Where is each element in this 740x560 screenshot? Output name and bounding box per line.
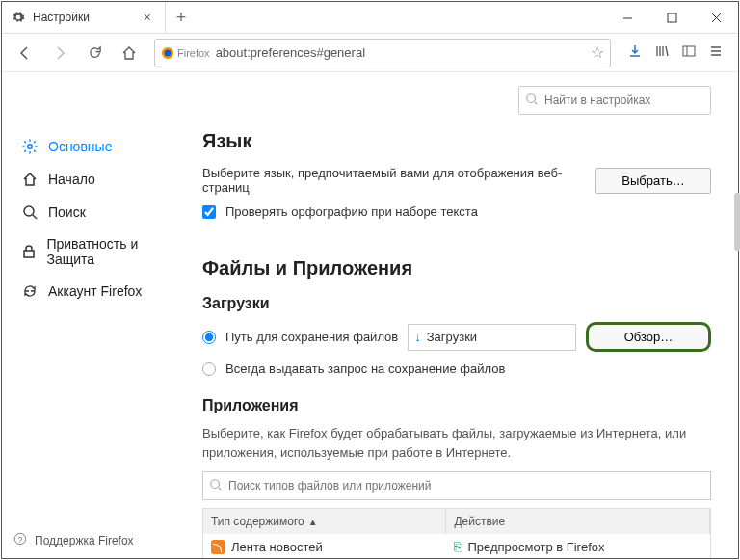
search-icon bbox=[525, 93, 539, 110]
svg-rect-14 bbox=[24, 251, 34, 257]
apps-search-input[interactable] bbox=[202, 471, 711, 500]
search-icon bbox=[21, 203, 39, 221]
gear-icon bbox=[21, 138, 39, 155]
sidebar-item-label: Начало bbox=[48, 172, 95, 187]
toolbar: Firefox about:preferences#general ☆ bbox=[2, 34, 738, 72]
browse-button[interactable]: Обзор… bbox=[586, 322, 711, 352]
browser-tab[interactable]: Настройки × bbox=[2, 2, 166, 33]
feed-icon bbox=[211, 540, 225, 554]
download-path-field[interactable]: ↓ Загрузки bbox=[408, 324, 576, 351]
home-icon bbox=[21, 171, 39, 188]
table-row[interactable]: Лента новостей ⎘Предпросмотр в Firefox bbox=[203, 534, 710, 558]
svg-rect-1 bbox=[668, 13, 676, 22]
sidebar-item-sync[interactable]: Аккаунт Firefox bbox=[13, 275, 185, 307]
svg-point-5 bbox=[165, 49, 172, 56]
forward-button[interactable] bbox=[44, 38, 75, 68]
svg-line-18 bbox=[535, 102, 538, 105]
svg-point-17 bbox=[527, 94, 536, 103]
svg-line-13 bbox=[33, 215, 37, 219]
reload-button[interactable] bbox=[79, 38, 110, 68]
url-text: about:preferences#general bbox=[216, 45, 585, 60]
settings-search-input[interactable] bbox=[518, 86, 711, 115]
address-bar[interactable]: Firefox about:preferences#general ☆ bbox=[154, 39, 611, 67]
preview-icon: ⎘ bbox=[454, 539, 462, 554]
choose-language-button[interactable]: Выбрать… bbox=[595, 168, 711, 194]
main-content: Язык Выберите язык, предпочитаемый вами … bbox=[185, 72, 738, 558]
always-ask-radio[interactable] bbox=[202, 362, 216, 376]
identity-label: Firefox bbox=[177, 47, 210, 59]
maximize-button[interactable] bbox=[649, 2, 694, 33]
downloads-subheading: Загрузки bbox=[202, 295, 711, 312]
col-content-type[interactable]: Тип содержимого ▲ bbox=[203, 509, 446, 534]
language-heading: Язык bbox=[202, 130, 711, 152]
sidebar-item-general[interactable]: Основные bbox=[13, 130, 185, 163]
save-to-path-radio[interactable] bbox=[202, 331, 216, 344]
sort-asc-icon: ▲ bbox=[308, 517, 318, 527]
apps-desc: Выберите, как Firefox будет обрабатывать… bbox=[202, 424, 711, 462]
svg-point-11 bbox=[28, 145, 33, 149]
tab-title: Настройки bbox=[33, 11, 132, 24]
svg-point-12 bbox=[24, 206, 34, 216]
minimize-button[interactable] bbox=[605, 2, 649, 33]
sidebar-item-home[interactable]: Начало bbox=[13, 163, 185, 196]
close-window-button[interactable] bbox=[694, 2, 738, 33]
save-path-label: Путь для сохранения файлов bbox=[225, 330, 398, 344]
new-tab-button[interactable]: + bbox=[166, 2, 197, 33]
sidebar-item-label: Приватность и Защита bbox=[46, 236, 177, 267]
gear-icon bbox=[12, 11, 25, 24]
sidebar-item-label: Поиск bbox=[48, 204, 86, 220]
sidebar: Основные Начало Поиск Приватность и Защи… bbox=[2, 72, 185, 558]
identity-badge: Firefox bbox=[161, 46, 210, 60]
downloads-icon[interactable] bbox=[626, 43, 644, 63]
titlebar: Настройки × + bbox=[2, 2, 738, 34]
svg-line-20 bbox=[219, 488, 222, 491]
always-ask-label: Всегда выдавать запрос на сохранение фай… bbox=[225, 361, 505, 376]
apps-table: Тип содержимого ▲ Действие Лента новосте… bbox=[202, 508, 711, 558]
window-controls bbox=[605, 2, 738, 33]
lock-icon bbox=[21, 243, 37, 260]
svg-point-19 bbox=[211, 480, 220, 489]
tab-close-button[interactable]: × bbox=[140, 10, 155, 25]
sidebar-item-label: Основные bbox=[48, 139, 112, 154]
help-icon: ? bbox=[13, 532, 27, 548]
sidebar-item-privacy[interactable]: Приватность и Защита bbox=[13, 228, 185, 275]
sidebar-item-label: Аккаунт Firefox bbox=[48, 283, 142, 299]
support-link[interactable]: ? Поддержка Firefox bbox=[13, 532, 134, 548]
language-desc: Выберите язык, предпочитаемый вами для о… bbox=[202, 166, 586, 195]
col-action[interactable]: Действие bbox=[446, 509, 710, 534]
svg-rect-6 bbox=[683, 46, 695, 56]
search-icon bbox=[209, 478, 223, 495]
sidebar-toggle-icon[interactable] bbox=[680, 43, 698, 63]
spellcheck-label: Проверять орфографию при наборе текста bbox=[225, 204, 478, 219]
settings-search bbox=[518, 86, 711, 115]
download-arrow-icon: ↓ bbox=[414, 330, 421, 344]
home-button[interactable] bbox=[114, 38, 145, 68]
files-heading: Файлы и Приложения bbox=[202, 257, 711, 280]
scrollbar[interactable] bbox=[734, 193, 740, 251]
bookmark-star-icon[interactable]: ☆ bbox=[591, 43, 604, 62]
download-path-value: Загрузки bbox=[427, 330, 477, 344]
spellcheck-checkbox[interactable] bbox=[202, 205, 216, 219]
library-icon[interactable] bbox=[653, 43, 671, 63]
sidebar-item-search[interactable]: Поиск bbox=[13, 196, 185, 228]
menu-icon[interactable] bbox=[707, 43, 725, 63]
support-label: Поддержка Firefox bbox=[35, 534, 134, 547]
apps-subheading: Приложения bbox=[202, 397, 711, 414]
back-button[interactable] bbox=[10, 38, 40, 68]
svg-text:?: ? bbox=[18, 535, 23, 545]
sync-icon bbox=[21, 282, 39, 300]
